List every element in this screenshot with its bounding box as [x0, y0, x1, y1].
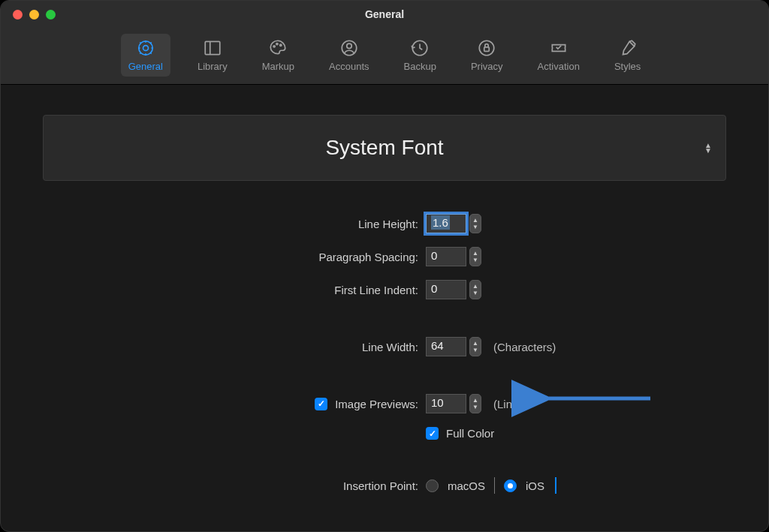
line-width-field[interactable]: 64	[426, 337, 466, 356]
tab-markup[interactable]: Markup	[255, 34, 302, 77]
paragraph-spacing-field[interactable]: 0	[426, 247, 466, 266]
first-line-indent-stepper[interactable]: ▲▼	[469, 280, 481, 299]
line-height-field[interactable]: 1.6	[426, 214, 466, 233]
palette-icon	[267, 38, 288, 58]
brush-icon	[617, 38, 638, 58]
gear-icon	[135, 38, 156, 58]
window-title: General	[1, 8, 768, 20]
first-line-indent-field[interactable]: 0	[426, 280, 466, 299]
svg-rect-2	[205, 41, 220, 54]
paragraph-spacing-stepper[interactable]: ▲▼	[469, 247, 481, 266]
insertion-point-label: Insertion Point:	[343, 479, 418, 492]
tab-activation[interactable]: Activation	[530, 34, 587, 77]
minimize-window-button[interactable]	[29, 10, 39, 20]
divider	[494, 477, 495, 494]
backup-icon	[409, 38, 430, 58]
tab-label: General	[128, 61, 163, 72]
svg-point-5	[276, 44, 278, 45]
tab-label: Styles	[614, 61, 641, 72]
paragraph-spacing-label: Paragraph Spacing:	[318, 251, 418, 263]
line-width-stepper[interactable]: ▲▼	[469, 337, 481, 356]
tab-general[interactable]: General	[121, 34, 170, 77]
row-paragraph-spacing: Paragraph Spacing: 0 ▲▼	[43, 247, 726, 266]
tab-label: Accounts	[329, 61, 369, 72]
titlebar: General	[1, 1, 768, 28]
image-previews-checkbox[interactable]	[315, 398, 327, 410]
tab-label: Privacy	[471, 61, 503, 72]
row-insertion-point: Insertion Point: macOS iOS	[43, 477, 726, 494]
row-line-height: Line Height: 1.6 ▲▼	[43, 214, 726, 233]
svg-rect-11	[484, 47, 490, 51]
line-height-label: Line Height:	[358, 218, 418, 230]
insertion-point-ios-label: iOS	[526, 479, 544, 492]
font-selector[interactable]: System Font ▲▼	[43, 115, 726, 181]
close-window-button[interactable]	[13, 10, 23, 20]
settings-form: Line Height: 1.6 ▲▼ Paragraph Spacing: 0…	[43, 214, 726, 494]
library-icon	[202, 38, 223, 58]
svg-point-8	[347, 44, 352, 48]
row-full-color: Full Color	[43, 427, 726, 440]
svg-point-6	[280, 44, 282, 46]
insertion-point-ios-radio[interactable]	[504, 479, 517, 492]
first-line-indent-label: First Line Indent:	[334, 284, 418, 296]
line-width-unit: (Characters)	[493, 341, 556, 353]
full-color-label: Full Color	[446, 427, 494, 440]
ticket-icon	[548, 38, 569, 58]
image-previews-stepper[interactable]: ▲▼	[469, 394, 481, 413]
tab-label: Backup	[404, 61, 436, 72]
svg-point-4	[273, 46, 275, 47]
image-previews-field[interactable]: 10	[426, 394, 466, 413]
insertion-point-macos-radio[interactable]	[426, 479, 439, 492]
line-height-stepper[interactable]: ▲▼	[469, 214, 481, 233]
tab-styles[interactable]: Styles	[607, 34, 648, 77]
annotation-arrow	[541, 389, 654, 410]
tab-backup[interactable]: Backup	[397, 34, 444, 77]
svg-point-1	[139, 41, 152, 55]
tab-label: Library	[198, 61, 228, 72]
row-first-line-indent: First Line Indent: 0 ▲▼	[43, 280, 726, 299]
svg-point-0	[143, 46, 148, 51]
svg-point-10	[479, 41, 494, 56]
image-previews-unit: (Lines)	[493, 398, 528, 410]
tab-label: Markup	[262, 61, 294, 72]
insertion-point-macos-label: macOS	[448, 479, 485, 492]
zoom-window-button[interactable]	[46, 10, 56, 20]
window-controls	[1, 10, 56, 20]
preferences-window: General General Library Markup	[0, 0, 769, 532]
user-icon	[339, 38, 360, 58]
preferences-toolbar: General Library Markup Accounts Bac	[1, 28, 768, 85]
line-width-label: Line Width:	[362, 341, 418, 353]
tab-privacy[interactable]: Privacy	[463, 34, 511, 77]
tab-label: Activation	[538, 61, 580, 72]
font-selector-label: System Font	[325, 136, 443, 160]
text-cursor-indicator	[555, 477, 556, 494]
row-line-width: Line Width: 64 ▲▼ (Characters)	[43, 337, 726, 356]
image-previews-label: Image Previews:	[335, 398, 418, 410]
tab-library[interactable]: Library	[190, 34, 235, 77]
chevron-updown-icon: ▲▼	[704, 143, 712, 153]
general-pane: System Font ▲▼ Line Height: 1.6 ▲▼ Parag…	[1, 85, 768, 524]
tab-accounts[interactable]: Accounts	[321, 34, 376, 77]
full-color-checkbox[interactable]	[426, 427, 439, 440]
lock-icon	[476, 38, 497, 58]
